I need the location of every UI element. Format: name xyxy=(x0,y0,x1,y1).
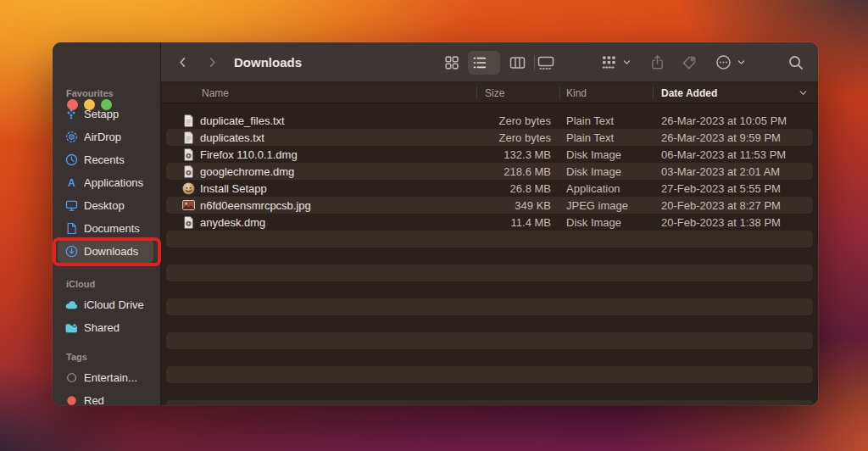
empty-row xyxy=(161,315,818,332)
column-header-kind[interactable]: Kind xyxy=(566,82,587,103)
file-size: 11.4 MB xyxy=(415,214,551,231)
shared-folder-icon xyxy=(63,321,80,335)
file-name: Firefox 110.0.1.dmg xyxy=(200,146,298,163)
icon-view-button[interactable] xyxy=(444,42,459,82)
sidebar-item-documents[interactable]: Documents xyxy=(58,217,153,240)
file-kind: Disk Image xyxy=(566,214,621,231)
group-by-chevron-icon xyxy=(623,42,631,82)
sidebar-item-red[interactable]: Red xyxy=(58,389,153,405)
sidebar-item-recents[interactable]: Recents xyxy=(58,148,153,171)
column-view-button[interactable] xyxy=(509,42,526,82)
back-button[interactable] xyxy=(176,42,189,82)
tag-circle-gray-icon xyxy=(63,371,80,385)
sidebar-item-label: Documents xyxy=(84,222,140,235)
text-file-icon xyxy=(181,112,195,129)
empty-row xyxy=(161,332,818,349)
setapp-icon xyxy=(63,108,80,121)
share-button[interactable] xyxy=(650,42,665,82)
airdrop-icon xyxy=(63,131,80,144)
icloud-drive-icon xyxy=(63,298,80,312)
file-name: n6fd0eensmrcpcsb.jpg xyxy=(200,197,311,214)
recents-icon xyxy=(63,153,80,167)
file-row-install-setapp[interactable]: Install Setapp26.8 MBApplication27-Feb-2… xyxy=(161,180,818,197)
empty-row xyxy=(161,298,818,315)
downloads-icon xyxy=(63,245,80,259)
column-divider xyxy=(476,86,477,99)
empty-row xyxy=(161,231,818,248)
column-header-name[interactable]: Name xyxy=(202,82,229,103)
file-size: Zero bytes xyxy=(415,129,551,146)
finder-window: FavouritesSetappAirDropRecentsAApplicati… xyxy=(53,42,818,405)
tag-circle-red-icon xyxy=(63,394,80,406)
sidebar-item-label: Desktop xyxy=(84,199,125,212)
setapp-app-icon xyxy=(181,180,195,197)
file-date-added: 20-Feb-2023 at 1:38 PM xyxy=(661,214,781,231)
file-date-added: 20-Feb-2023 at 8:27 PM xyxy=(661,197,781,214)
group-by-button[interactable] xyxy=(601,42,617,82)
file-row-googlechrome-dmg[interactable]: googlechrome.dmg218.6 MBDisk Image03-Mar… xyxy=(161,163,818,180)
file-row-anydesk-dmg[interactable]: anydesk.dmg11.4 MBDisk Image20-Feb-2023 … xyxy=(161,214,818,231)
forward-button[interactable] xyxy=(206,42,219,82)
empty-row xyxy=(161,400,818,405)
disk-image-icon xyxy=(181,146,195,163)
file-row-n6fd0eensmrcpcsb-jpg[interactable]: n6fd0eensmrcpcsb.jpg349 KBJPEG image20-F… xyxy=(161,197,818,214)
file-size: 132.3 MB xyxy=(415,146,551,163)
more-actions-button[interactable] xyxy=(715,42,732,82)
sidebar-section-label-tags: Tags xyxy=(66,351,159,363)
sidebar-item-shared[interactable]: Shared xyxy=(58,316,153,339)
documents-icon xyxy=(63,222,80,236)
sort-direction-chevron-icon[interactable] xyxy=(798,82,808,103)
sidebar-item-label: Shared xyxy=(84,321,120,334)
file-name: Install Setapp xyxy=(200,180,267,197)
file-row-duplicates-txt[interactable]: duplicates.txtZero bytesPlain Text26-Mar… xyxy=(161,129,818,146)
file-date-added: 03-Mar-2023 at 2:01 AM xyxy=(661,163,780,180)
empty-row xyxy=(161,248,818,264)
sidebar-item-desktop[interactable]: Desktop xyxy=(58,194,153,217)
file-name: anydesk.dmg xyxy=(200,214,265,231)
gallery-view-button[interactable] xyxy=(537,42,554,82)
sidebar-item-applications[interactable]: AApplications xyxy=(58,171,153,194)
empty-row xyxy=(161,281,818,298)
sidebar: FavouritesSetappAirDropRecentsAApplicati… xyxy=(53,42,161,405)
sidebar-item-downloads[interactable]: Downloads xyxy=(58,240,153,263)
text-file-icon xyxy=(181,129,195,146)
main-content: Downloads Name Size Kind Date Added xyxy=(161,42,818,405)
sidebar-item-label: Red xyxy=(84,394,104,405)
column-header-date-added[interactable]: Date Added xyxy=(661,82,717,103)
file-kind: Application xyxy=(566,180,620,197)
sidebar-item-label: Downloads xyxy=(84,245,138,258)
applications-icon: A xyxy=(63,176,80,190)
jpeg-thumbnail-icon xyxy=(181,197,195,214)
file-date-added: 27-Feb-2023 at 5:55 PM xyxy=(661,180,781,197)
file-row-firefox-110-0-1-dmg[interactable]: Firefox 110.0.1.dmg132.3 MBDisk Image06-… xyxy=(161,146,818,163)
sidebar-item-airdrop[interactable]: AirDrop xyxy=(58,125,153,148)
tag-button[interactable] xyxy=(682,42,697,82)
file-date-added: 26-Mar-2023 at 9:59 PM xyxy=(661,129,781,146)
disk-image-icon xyxy=(181,163,195,180)
file-kind: Plain Text xyxy=(566,129,614,146)
sidebar-item-setapp[interactable]: Setapp xyxy=(58,103,153,125)
sidebar-item-label: AirDrop xyxy=(84,131,121,143)
desktop-icon xyxy=(63,199,80,213)
file-size: 218.6 MB xyxy=(415,163,551,180)
sidebar-item-label: Applications xyxy=(84,176,143,189)
toolbar: Downloads xyxy=(161,42,818,82)
file-kind: Disk Image xyxy=(566,163,621,180)
file-row-duplicate-files-txt[interactable]: duplicate_files.txtZero bytesPlain Text2… xyxy=(161,112,818,129)
file-kind: Plain Text xyxy=(566,112,614,129)
file-name: duplicate_files.txt xyxy=(200,112,285,129)
toolbar-divider xyxy=(534,55,535,70)
sidebar-section-label-favourites: Favourites xyxy=(66,87,159,99)
sidebar-item-icloud-drive[interactable]: iCloud Drive xyxy=(58,293,153,316)
file-size: Zero bytes xyxy=(415,112,551,129)
file-size: 26.8 MB xyxy=(415,180,551,197)
column-header-size[interactable]: Size xyxy=(485,82,504,103)
more-actions-chevron-icon xyxy=(737,42,745,82)
list-view-button[interactable] xyxy=(472,42,487,82)
column-divider xyxy=(559,86,560,99)
search-button[interactable] xyxy=(788,42,804,82)
column-header-row: Name Size Kind Date Added xyxy=(161,82,818,103)
sidebar-item-entertain[interactable]: Entertain... xyxy=(58,366,153,389)
column-divider xyxy=(653,86,654,99)
file-date-added: 26-Mar-2023 at 10:05 PM xyxy=(661,112,787,129)
